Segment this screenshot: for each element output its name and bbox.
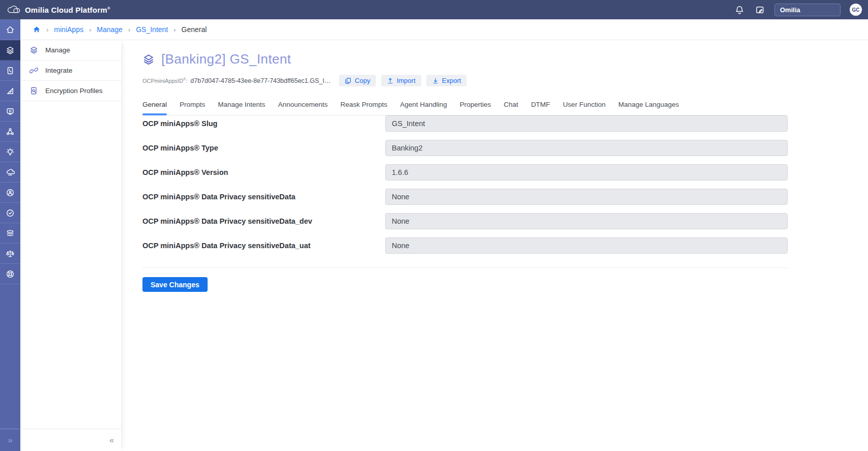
copy-label: Copy — [355, 77, 370, 84]
omilia-cloud-logo-icon — [6, 5, 20, 15]
balance-scale-icon — [6, 249, 15, 258]
field-label-sensitive-data-dev: OCP miniApps® Data Privacy sensitiveData… — [142, 217, 385, 225]
miniapps-layers-icon — [142, 53, 155, 66]
rail-item-data[interactable] — [0, 223, 20, 244]
copy-button[interactable]: Copy — [339, 75, 375, 86]
tab-reask-prompts[interactable]: Reask Prompts — [340, 101, 387, 115]
rail-item-cloud[interactable] — [0, 162, 20, 183]
subsidebar-footer: « — [20, 429, 121, 451]
page-head: [Banking2] GS_Intent — [142, 51, 788, 67]
rail-item-voice[interactable] — [0, 61, 20, 81]
breadcrumb-separator: › — [173, 26, 176, 34]
rail-item-home[interactable] — [0, 19, 20, 40]
tab-chat[interactable]: Chat — [504, 101, 518, 115]
field-label-type: OCP miniApps® Type — [142, 144, 385, 152]
user-settings-gear-icon — [6, 188, 15, 197]
miniapp-id-label: OCPminiAppsID®: — [142, 77, 187, 84]
form-row-sensitive-data-dev: OCP miniApps® Data Privacy sensitiveData… — [142, 213, 788, 229]
insights-bulb-icon — [6, 147, 15, 157]
home-icon — [33, 25, 41, 34]
miniapp-id-row: OCPminiAppsID®: d7b7d047-4785-43ee-8e77-… — [142, 75, 788, 86]
avatar[interactable]: GC — [850, 4, 862, 16]
tab-bar: General Prompts Manage Intents Announcem… — [142, 101, 788, 115]
icon-rail: » — [0, 19, 20, 451]
rail-item-certified[interactable] — [0, 203, 20, 223]
tab-properties[interactable]: Properties — [460, 101, 491, 115]
miniapps-layers-icon — [6, 46, 15, 55]
tab-announcements[interactable]: Announcements — [278, 101, 328, 115]
sensitive-data-dev-input[interactable] — [385, 213, 788, 229]
rail-expand-button[interactable]: » — [0, 429, 20, 451]
breadcrumb-separator: › — [128, 26, 130, 34]
release-notes-icon[interactable] — [754, 4, 765, 15]
rail-item-graph[interactable] — [0, 122, 20, 142]
sidebar-item-label: Manage — [45, 46, 70, 54]
breadcrumb-link-miniapps[interactable]: miniApps — [54, 25, 83, 34]
org-selector[interactable]: Omilia — [774, 4, 841, 16]
design-triangle-icon — [6, 86, 15, 96]
rail-item-console[interactable] — [0, 101, 20, 122]
sidebar-item-integrate[interactable]: Integrate — [20, 61, 121, 81]
type-input[interactable] — [385, 140, 788, 156]
sidebar-item-label: Encryption Profiles — [45, 87, 103, 95]
breadcrumb-link-manage[interactable]: Manage — [97, 25, 123, 34]
layers-icon — [30, 46, 38, 54]
rail-item-insights[interactable] — [0, 142, 20, 162]
app-title: Omilia Cloud Platform® — [25, 6, 110, 14]
download-icon — [432, 77, 439, 84]
cloud-services-icon — [6, 168, 15, 177]
collapse-sidebar-button[interactable]: « — [109, 436, 114, 445]
form-row-sensitive-data-uat: OCP miniApps® Data Privacy sensitiveData… — [142, 237, 788, 254]
bell-icon[interactable] — [734, 4, 745, 15]
tab-agent-handling[interactable]: Agent Handling — [400, 101, 447, 115]
export-button[interactable]: Export — [426, 75, 467, 86]
topbar: Omilia Cloud Platform® Omilia GC — [0, 0, 868, 19]
save-changes-button[interactable]: Save Changes — [142, 277, 208, 292]
form-row-sensitive-data: OCP miniApps® Data Privacy sensitiveData — [142, 189, 788, 205]
brand: Omilia Cloud Platform® — [6, 5, 110, 15]
sidebar-item-manage[interactable]: Manage — [20, 40, 121, 61]
tab-manage-languages[interactable]: Manage Languages — [618, 101, 679, 115]
console-monitor-icon — [6, 107, 15, 116]
page-title: [Banking2] GS_Intent — [161, 51, 291, 67]
main-content: [Banking2] GS_Intent OCPminiAppsID®: d7b… — [121, 40, 868, 451]
tab-manage-intents[interactable]: Manage Intents — [218, 101, 265, 115]
tab-prompts[interactable]: Prompts — [180, 101, 205, 115]
rail-item-user-settings[interactable] — [0, 183, 20, 203]
breadcrumb-separator: › — [89, 26, 91, 34]
version-input[interactable] — [385, 164, 788, 181]
tab-user-function[interactable]: User Function — [563, 101, 605, 115]
sensitive-data-input[interactable] — [385, 189, 788, 205]
tab-general[interactable]: General — [142, 101, 167, 115]
import-button[interactable]: Import — [381, 75, 421, 86]
breadcrumb-separator: › — [46, 26, 48, 34]
upload-icon — [387, 77, 394, 84]
document-search-icon — [30, 86, 38, 95]
support-ring-icon — [6, 269, 15, 279]
voice-doc-icon — [6, 66, 15, 75]
tab-dtmf[interactable]: DTMF — [531, 101, 551, 115]
field-label-version: OCP miniApps® Version — [142, 168, 385, 176]
breadcrumb-current: General — [182, 25, 207, 34]
home-icon — [6, 25, 15, 34]
graph-nodes-icon — [6, 127, 15, 136]
sidebar-item-label: Integrate — [45, 67, 72, 74]
subsidebar: Manage Integrate Encryption Profiles « — [20, 40, 121, 451]
data-stack-icon — [6, 229, 15, 238]
field-label-slug: OCP miniApps® Slug — [142, 119, 385, 128]
topbar-right: Omilia GC — [734, 4, 862, 16]
field-label-sensitive-data-uat: OCP miniApps® Data Privacy sensitiveData… — [142, 242, 385, 250]
rail-item-support[interactable] — [0, 264, 20, 284]
slug-input[interactable] — [385, 115, 788, 132]
miniapp-id-value: d7b7d047-4785-43ee-8e77-743bdff65ec1.GS_… — [190, 77, 334, 84]
breadcrumb-home-link[interactable] — [33, 25, 41, 34]
breadcrumb-link-gs-intent[interactable]: GS_Intent — [136, 25, 168, 34]
sensitive-data-uat-input[interactable] — [385, 237, 788, 254]
rail-item-design[interactable] — [0, 81, 20, 101]
rail-item-compliance[interactable] — [0, 244, 20, 264]
sidebar-item-encryption-profiles[interactable]: Encryption Profiles — [20, 81, 121, 101]
registered-mark: ® — [107, 6, 110, 11]
rail-item-miniapps[interactable] — [0, 40, 20, 61]
field-label-sensitive-data: OCP miniApps® Data Privacy sensitiveData — [142, 193, 385, 201]
form-row-slug: OCP miniApps® Slug — [142, 115, 788, 132]
